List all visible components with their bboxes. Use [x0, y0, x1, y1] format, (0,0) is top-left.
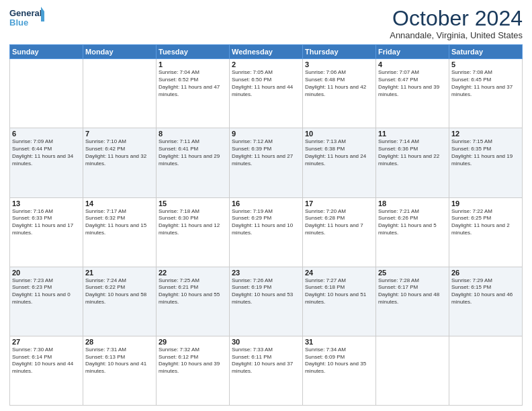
- logo-svg: General Blue: [9, 7, 44, 31]
- calendar-cell: 2Sunrise: 7:05 AM Sunset: 6:50 PM Daylig…: [230, 59, 303, 128]
- day-info: Sunrise: 7:33 AM Sunset: 6:11 PM Dayligh…: [232, 347, 300, 375]
- svg-text:Blue: Blue: [9, 17, 28, 28]
- day-number: 16: [232, 199, 300, 208]
- day-number: 3: [305, 60, 373, 68]
- day-number: 22: [159, 269, 227, 277]
- day-info: Sunrise: 7:19 AM Sunset: 6:29 PM Dayligh…: [232, 208, 300, 237]
- day-number: 29: [159, 338, 227, 346]
- calendar-cell: 5Sunrise: 7:08 AM Sunset: 6:45 PM Daylig…: [449, 59, 523, 128]
- title-block: October 2024 Annandale, Virginia, United…: [390, 7, 523, 40]
- day-number: 9: [232, 130, 300, 138]
- day-number: 5: [451, 60, 520, 68]
- calendar-cell: 31Sunrise: 7:34 AM Sunset: 6:09 PM Dayli…: [303, 336, 376, 405]
- day-number: 15: [159, 199, 227, 208]
- logo: General Blue: [9, 7, 44, 31]
- day-number: 13: [12, 199, 81, 208]
- calendar-cell: [10, 59, 83, 128]
- calendar-table: SundayMondayTuesdayWednesdayThursdayFrid…: [9, 44, 523, 406]
- subtitle: Annandale, Virginia, United States: [390, 30, 523, 40]
- calendar-week-row: 20Sunrise: 7:23 AM Sunset: 6:23 PM Dayli…: [10, 267, 523, 336]
- calendar-cell: 1Sunrise: 7:04 AM Sunset: 6:52 PM Daylig…: [157, 59, 230, 128]
- day-info: Sunrise: 7:10 AM Sunset: 6:42 PM Dayligh…: [85, 138, 154, 167]
- day-info: Sunrise: 7:17 AM Sunset: 6:32 PM Dayligh…: [85, 208, 154, 237]
- day-number: 25: [378, 269, 447, 277]
- day-info: Sunrise: 7:21 AM Sunset: 6:26 PM Dayligh…: [378, 208, 447, 237]
- calendar-cell: 14Sunrise: 7:17 AM Sunset: 6:32 PM Dayli…: [83, 197, 157, 267]
- day-number: 27: [12, 338, 81, 346]
- day-info: Sunrise: 7:26 AM Sunset: 6:19 PM Dayligh…: [232, 277, 300, 306]
- calendar-cell: 27Sunrise: 7:30 AM Sunset: 6:14 PM Dayli…: [10, 336, 83, 405]
- weekday-header: Sunday: [10, 45, 83, 59]
- day-number: 7: [85, 130, 154, 138]
- calendar-cell: 19Sunrise: 7:22 AM Sunset: 6:25 PM Dayli…: [449, 197, 523, 267]
- day-info: Sunrise: 7:05 AM Sunset: 6:50 PM Dayligh…: [232, 69, 300, 98]
- calendar-week-row: 13Sunrise: 7:16 AM Sunset: 6:33 PM Dayli…: [10, 197, 523, 267]
- day-info: Sunrise: 7:15 AM Sunset: 6:35 PM Dayligh…: [451, 138, 520, 167]
- day-info: Sunrise: 7:14 AM Sunset: 6:36 PM Dayligh…: [378, 138, 447, 167]
- calendar-cell: 6Sunrise: 7:09 AM Sunset: 6:44 PM Daylig…: [10, 128, 83, 197]
- calendar-cell: 4Sunrise: 7:07 AM Sunset: 6:47 PM Daylig…: [376, 59, 449, 128]
- calendar-cell: 30Sunrise: 7:33 AM Sunset: 6:11 PM Dayli…: [230, 336, 303, 405]
- main-title: October 2024: [390, 7, 523, 30]
- weekday-header: Thursday: [303, 45, 376, 59]
- calendar-cell: 9Sunrise: 7:12 AM Sunset: 6:39 PM Daylig…: [230, 128, 303, 197]
- weekday-header: Monday: [83, 45, 157, 59]
- calendar-cell: 26Sunrise: 7:29 AM Sunset: 6:15 PM Dayli…: [449, 267, 523, 336]
- svg-text:General: General: [9, 8, 42, 18]
- day-info: Sunrise: 7:04 AM Sunset: 6:52 PM Dayligh…: [159, 69, 227, 98]
- day-info: Sunrise: 7:12 AM Sunset: 6:39 PM Dayligh…: [232, 138, 300, 167]
- day-info: Sunrise: 7:20 AM Sunset: 6:28 PM Dayligh…: [305, 208, 373, 237]
- day-number: 18: [378, 199, 447, 208]
- calendar-cell: 17Sunrise: 7:20 AM Sunset: 6:28 PM Dayli…: [303, 197, 376, 267]
- calendar-cell: [449, 336, 523, 405]
- day-info: Sunrise: 7:24 AM Sunset: 6:22 PM Dayligh…: [85, 277, 154, 306]
- header: General Blue October 2024 Annandale, Vir…: [9, 7, 523, 40]
- day-number: 10: [305, 130, 373, 138]
- day-number: 14: [85, 199, 154, 208]
- calendar-cell: 8Sunrise: 7:11 AM Sunset: 6:41 PM Daylig…: [157, 128, 230, 197]
- day-number: 20: [12, 269, 81, 277]
- day-info: Sunrise: 7:11 AM Sunset: 6:41 PM Dayligh…: [159, 138, 227, 167]
- day-info: Sunrise: 7:32 AM Sunset: 6:12 PM Dayligh…: [159, 347, 227, 375]
- day-number: 28: [85, 338, 154, 346]
- day-number: 19: [451, 199, 520, 208]
- calendar-cell: 16Sunrise: 7:19 AM Sunset: 6:29 PM Dayli…: [230, 197, 303, 267]
- calendar-cell: 22Sunrise: 7:25 AM Sunset: 6:21 PM Dayli…: [157, 267, 230, 336]
- day-number: 8: [159, 130, 227, 138]
- calendar-cell: 29Sunrise: 7:32 AM Sunset: 6:12 PM Dayli…: [157, 336, 230, 405]
- weekday-header-row: SundayMondayTuesdayWednesdayThursdayFrid…: [10, 45, 523, 59]
- day-number: 11: [378, 130, 447, 138]
- weekday-header: Friday: [376, 45, 449, 59]
- calendar-week-row: 27Sunrise: 7:30 AM Sunset: 6:14 PM Dayli…: [10, 336, 523, 405]
- day-number: 17: [305, 199, 373, 208]
- day-info: Sunrise: 7:16 AM Sunset: 6:33 PM Dayligh…: [12, 208, 81, 237]
- day-number: 2: [232, 60, 300, 68]
- day-number: 23: [232, 269, 300, 277]
- day-info: Sunrise: 7:07 AM Sunset: 6:47 PM Dayligh…: [378, 69, 447, 98]
- calendar-cell: 10Sunrise: 7:13 AM Sunset: 6:38 PM Dayli…: [303, 128, 376, 197]
- calendar-cell: [376, 336, 449, 405]
- calendar-cell: 25Sunrise: 7:28 AM Sunset: 6:17 PM Dayli…: [376, 267, 449, 336]
- calendar-cell: 7Sunrise: 7:10 AM Sunset: 6:42 PM Daylig…: [83, 128, 157, 197]
- day-info: Sunrise: 7:09 AM Sunset: 6:44 PM Dayligh…: [12, 138, 81, 167]
- day-number: 4: [378, 60, 447, 68]
- calendar-cell: 13Sunrise: 7:16 AM Sunset: 6:33 PM Dayli…: [10, 197, 83, 267]
- day-info: Sunrise: 7:34 AM Sunset: 6:09 PM Dayligh…: [305, 347, 373, 375]
- svg-marker-2: [41, 7, 44, 11]
- day-number: 1: [159, 60, 227, 68]
- calendar-cell: [83, 59, 157, 128]
- day-info: Sunrise: 7:29 AM Sunset: 6:15 PM Dayligh…: [451, 277, 520, 306]
- day-number: 21: [85, 269, 154, 277]
- day-info: Sunrise: 7:30 AM Sunset: 6:14 PM Dayligh…: [12, 347, 81, 375]
- page: General Blue October 2024 Annandale, Vir…: [0, 0, 532, 411]
- calendar-cell: 21Sunrise: 7:24 AM Sunset: 6:22 PM Dayli…: [83, 267, 157, 336]
- weekday-header: Tuesday: [157, 45, 230, 59]
- day-info: Sunrise: 7:13 AM Sunset: 6:38 PM Dayligh…: [305, 138, 373, 167]
- calendar-week-row: 1Sunrise: 7:04 AM Sunset: 6:52 PM Daylig…: [10, 59, 523, 128]
- day-info: Sunrise: 7:23 AM Sunset: 6:23 PM Dayligh…: [12, 277, 81, 306]
- day-info: Sunrise: 7:22 AM Sunset: 6:25 PM Dayligh…: [451, 208, 520, 237]
- calendar-cell: 23Sunrise: 7:26 AM Sunset: 6:19 PM Dayli…: [230, 267, 303, 336]
- calendar-cell: 12Sunrise: 7:15 AM Sunset: 6:35 PM Dayli…: [449, 128, 523, 197]
- day-info: Sunrise: 7:25 AM Sunset: 6:21 PM Dayligh…: [159, 277, 227, 306]
- calendar-cell: 15Sunrise: 7:18 AM Sunset: 6:30 PM Dayli…: [157, 197, 230, 267]
